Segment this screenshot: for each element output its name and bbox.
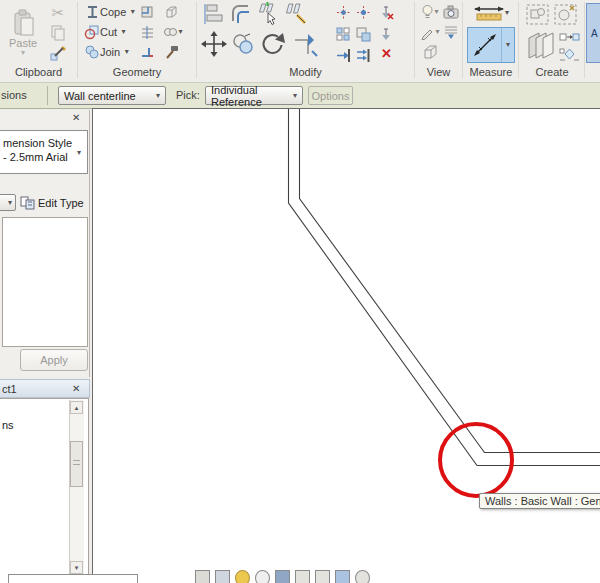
view-cube-button[interactable] (418, 43, 442, 61)
geometry-panel-label: Geometry (78, 66, 196, 78)
offset-button[interactable] (228, 2, 254, 26)
detail-level-icon[interactable] (195, 570, 210, 583)
align-dimensions-button[interactable] (335, 4, 352, 20)
delete-button[interactable]: ✕ (378, 45, 395, 61)
reveal-hidden-button[interactable]: ▾ (418, 3, 442, 21)
project-browser-scrollbar[interactable]: ▴ ▾ (69, 400, 84, 576)
properties-header: ✕ (0, 110, 90, 126)
panel-separator (518, 2, 519, 78)
status-bar-field-partial (8, 574, 138, 583)
join-label: Join (100, 46, 120, 58)
wall-joins-button[interactable] (138, 23, 156, 41)
beam-column-joins-button[interactable] (138, 43, 156, 61)
crop-view-icon[interactable] (295, 570, 310, 583)
scale-icon (356, 27, 371, 42)
measure-between-refs-button[interactable]: ▾ (467, 27, 515, 63)
paste-button[interactable]: Paste ▾ (5, 3, 41, 63)
options-bar: sions Wall centerline ▾ Pick: Individual… (0, 83, 600, 109)
edit-type-label: Edit Type (38, 197, 84, 209)
join-button[interactable]: Join ▾ (84, 43, 129, 61)
linework-dropdown-icon: ▾ (435, 28, 439, 36)
properties-close-icon[interactable]: ✕ (72, 112, 80, 123)
type-selector[interactable]: mension Style - 2.5mm Arial ▾ (0, 130, 88, 174)
apply-button[interactable]: Apply (20, 349, 88, 371)
create-similar-button[interactable] (558, 30, 580, 44)
split-element-icon (256, 2, 280, 26)
match-type-button[interactable] (48, 44, 68, 62)
trim-extend-multiple-button[interactable] (355, 47, 372, 63)
create-panel-label: Create (520, 66, 584, 78)
unpin-button[interactable] (378, 4, 395, 20)
copy-clipboard-button[interactable] (48, 24, 68, 42)
create-assembly-button[interactable] (552, 2, 578, 26)
spacing-dimensions-button[interactable] (355, 4, 372, 20)
dimension-reference-select[interactable]: Wall centerline ▾ (58, 86, 166, 105)
cut-clipboard-button[interactable]: ✂ (48, 4, 68, 22)
drawing-canvas[interactable]: Walls : Basic Wall : Generi 1:100 (92, 108, 600, 583)
reveal-hidden-elements-icon[interactable] (355, 570, 370, 583)
render-button[interactable] (442, 3, 460, 21)
project-browser: ct1 ✕ ns ▴ ▾ (0, 379, 90, 583)
instance-combo-partial[interactable]: ▾ (0, 194, 16, 211)
project-browser-tree[interactable]: ns ▴ ▾ (0, 398, 89, 583)
ribbon: Paste ▾ ✂ Clipboard Cope ▾ Cut ▾ Join ▾ (0, 0, 600, 83)
align-button[interactable] (200, 2, 226, 26)
unjoin-button[interactable]: ▾ (162, 23, 184, 41)
measure-dropdown-icon: ▾ (505, 9, 509, 17)
create-group-button[interactable] (524, 2, 550, 26)
linework-button[interactable]: ▾ (418, 23, 442, 41)
move-icon (201, 31, 227, 57)
cut-profile-button[interactable] (138, 3, 156, 21)
rendering-dialog-icon[interactable] (275, 570, 290, 583)
pick-mode-select[interactable]: Individual Reference ▾ (205, 86, 303, 105)
wall-tooltip: Walls : Basic Wall : Generi (479, 493, 600, 509)
trim-extend-single-button[interactable] (335, 47, 352, 63)
show-crop-region-icon[interactable] (315, 570, 330, 583)
cope-button[interactable]: Cope ▾ (84, 3, 135, 21)
trim-extend-corner-button[interactable] (291, 30, 319, 58)
shadows-icon[interactable] (255, 570, 270, 583)
panel-separator (462, 2, 463, 78)
wall-outer-line[interactable] (289, 109, 600, 466)
copy-modify-icon (231, 32, 255, 56)
split-element-button[interactable] (255, 2, 281, 26)
visual-style-icon[interactable] (215, 570, 230, 583)
measure-split-dropdown-icon: ▾ (506, 41, 510, 49)
temporary-hide-isolate-icon[interactable] (335, 570, 350, 583)
beam-column-joins-icon (140, 45, 155, 60)
sun-path-icon[interactable] (235, 570, 250, 583)
ribbon-panel-view: ▾ ▾ View (415, 0, 462, 80)
pin-button[interactable] (378, 26, 395, 42)
create-parts-button[interactable] (522, 28, 556, 62)
type-selector-dropdown-icon: ▾ (77, 149, 81, 157)
array-button[interactable] (335, 26, 352, 42)
rotate-button[interactable] (258, 30, 288, 58)
cut-geometry-button[interactable]: Cut ▾ (84, 23, 126, 41)
create-component-button[interactable] (558, 46, 580, 62)
measure-diagonal-icon (471, 31, 499, 59)
underlay-button[interactable] (442, 23, 460, 41)
type-selector-line1: mension Style (3, 137, 87, 149)
project-browser-close-icon[interactable]: ✕ (72, 383, 80, 394)
contextual-partial-label: A (591, 28, 598, 39)
options-bar-left-text: sions (1, 89, 27, 101)
copy-modify-button[interactable] (230, 30, 256, 58)
edit-type-button[interactable]: Edit Type (20, 194, 84, 211)
split-with-gap-button[interactable] (283, 2, 309, 26)
scroll-down-button[interactable]: ▾ (70, 561, 83, 574)
trim-extend-multiple-icon (356, 48, 371, 63)
contextual-dimension-panel-partial[interactable]: A (586, 3, 600, 63)
measure-dimension-button[interactable]: ▾ (468, 3, 514, 23)
demolish-button[interactable] (162, 43, 180, 61)
scroll-thumb[interactable] (70, 441, 83, 487)
options-button[interactable]: Options (308, 86, 353, 105)
tree-item[interactable]: ns (2, 419, 14, 431)
join-icon (84, 44, 100, 60)
move-button[interactable] (200, 30, 228, 58)
edit-type-icon (20, 196, 35, 210)
array-icon (336, 27, 351, 42)
scroll-up-button[interactable]: ▴ (70, 401, 83, 414)
scale-button[interactable] (355, 26, 372, 42)
type-selector-line2: - 2.5mm Arial (3, 151, 87, 163)
solid-geometry-button[interactable] (162, 3, 180, 21)
